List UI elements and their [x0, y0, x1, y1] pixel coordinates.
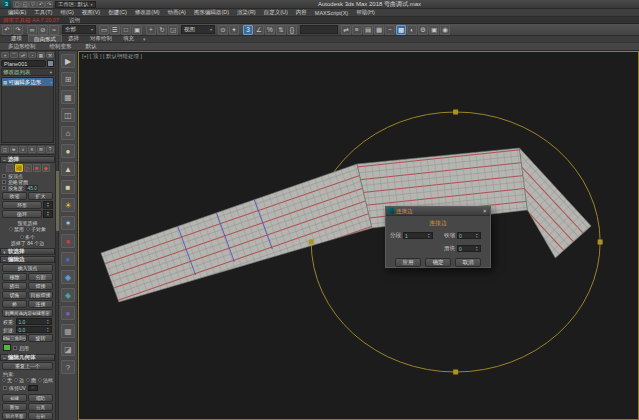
layer-manager-icon[interactable]: ▤: [363, 25, 373, 35]
open-file-icon[interactable]: ◱: [21, 1, 29, 8]
display-tab-icon[interactable]: ▦: [37, 52, 45, 58]
object-name-field[interactable]: Plane001: [1, 60, 46, 67]
purple-sphere-icon[interactable]: ●: [61, 306, 75, 320]
create-tab-icon[interactable]: +: [1, 52, 9, 58]
ribbon-tab[interactable]: 填充: [118, 35, 139, 42]
rollout-edit-geometry-header[interactable]: − 编辑几何体: [0, 354, 55, 361]
sun-light-icon[interactable]: ☀: [61, 198, 75, 212]
ring-button[interactable]: 环形: [2, 201, 42, 209]
checkbox-box[interactable]: [13, 346, 17, 350]
dialog-title-bar[interactable]: 连接边 ✕: [386, 207, 490, 216]
shrink-button[interactable]: 收缩: [2, 192, 27, 200]
element-icon[interactable]: ◆: [42, 164, 50, 172]
show-end-result-icon[interactable]: ≣: [10, 146, 18, 153]
crease-spinner[interactable]: 0.0▴▾: [16, 326, 52, 333]
gem-tool-icon[interactable]: ◈: [61, 288, 75, 302]
constraint-radio[interactable]: 面: [26, 377, 36, 383]
menu-item[interactable]: 视图(V): [78, 9, 104, 16]
vertex-icon[interactable]: ∴: [6, 164, 14, 172]
edit-edges-button[interactable]: 挤出: [2, 282, 27, 290]
redo-icon[interactable]: ↷: [13, 25, 23, 35]
edit-edges-button[interactable]: 切角: [2, 291, 27, 299]
workspace-dropdown[interactable]: 工作区: 默认 ▾: [55, 1, 96, 8]
slide-spinner[interactable]: 0▴▾: [457, 245, 481, 252]
render-frame-icon[interactable]: ▣: [429, 25, 439, 35]
modify-tab-icon[interactable]: ⌒: [10, 52, 18, 58]
new-file-icon[interactable]: ▢: [13, 1, 21, 8]
remove-modifier-icon[interactable]: ✕: [28, 146, 36, 153]
menu-item[interactable]: 自定义(U): [260, 9, 292, 16]
repeat-last-button[interactable]: 重复上一个: [2, 362, 53, 370]
hierarchy-tab-icon[interactable]: ☍: [19, 52, 27, 58]
edit-edges-button[interactable]: 分割: [28, 273, 53, 281]
snowflake-icon[interactable]: ✶: [61, 216, 75, 230]
segments-spinner[interactable]: 1▴▾: [403, 232, 433, 239]
reference-coordinate-dropdown[interactable]: 视图 ▾: [181, 25, 215, 34]
ribbon-panel-title[interactable]: 绘制变形: [50, 43, 72, 50]
rotate-icon[interactable]: ↻: [157, 25, 167, 35]
green-color-swatch[interactable]: [3, 344, 11, 351]
constraint-radio[interactable]: 无: [2, 377, 12, 383]
snaps-toggle-icon[interactable]: 3: [243, 25, 253, 35]
help-icon[interactable]: ?: [46, 146, 54, 153]
edit-edges-button[interactable]: 焊接: [28, 282, 53, 290]
ok-button[interactable]: 确定: [425, 258, 451, 267]
unlink-icon[interactable]: ⊘: [38, 25, 48, 35]
menu-item[interactable]: 组(G): [56, 9, 77, 16]
move-icon[interactable]: +: [146, 25, 156, 35]
object-color-swatch[interactable]: [47, 60, 54, 67]
menu-item[interactable]: 编辑(E): [4, 9, 30, 16]
ribbon-panel-title[interactable]: 多边形绘制: [8, 43, 36, 50]
menu-item[interactable]: 帮助(H): [352, 9, 379, 16]
preserve-uv-settings[interactable]: ▢: [28, 385, 38, 391]
select-object-icon[interactable]: ▭: [99, 25, 109, 35]
curve-editor-icon[interactable]: ~: [385, 25, 395, 35]
layers-tool-icon[interactable]: ▦: [61, 324, 75, 338]
menu-item[interactable]: 渲染(R): [233, 9, 260, 16]
border-icon[interactable]: ▷: [24, 164, 32, 172]
diamond-tool-icon[interactable]: ◆: [61, 270, 75, 284]
selection-filter-dropdown[interactable]: 全部 ▾: [62, 25, 96, 34]
edit-geometry-button[interactable]: 创建: [2, 394, 27, 402]
panel-tool-icon[interactable]: ◫: [61, 108, 75, 122]
ribbon-expand-icon[interactable]: ▾: [143, 36, 146, 42]
rollout-soft-selection-header[interactable]: + 软选择: [0, 248, 55, 255]
command-panel-scrollbar[interactable]: [56, 51, 59, 420]
constraint-radio[interactable]: 法线: [38, 377, 53, 383]
modifier-list-dropdown[interactable]: 修改器列表 ▾: [1, 68, 54, 76]
render-icon[interactable]: ◉: [440, 25, 450, 35]
ring-spinner[interactable]: ▴▾: [43, 201, 53, 209]
create-shape-button[interactable]: 利用所选内容创建图形: [2, 309, 53, 317]
turn-button[interactable]: 旋转: [28, 334, 53, 342]
edit-geometry-button[interactable]: 塌陷: [28, 394, 53, 402]
ribbon-panel-title[interactable]: 默认: [86, 43, 97, 50]
ribbon-tab[interactable]: 建模: [6, 35, 27, 42]
edit-edges-button[interactable]: 移除: [2, 273, 27, 281]
blue-sphere-icon[interactable]: ●: [61, 252, 75, 266]
pinch-spinner[interactable]: 0▴▾: [457, 232, 481, 239]
insert-vertex-button[interactable]: 插入顶点: [2, 264, 53, 272]
bind-spacewarp-icon[interactable]: ≈: [49, 25, 59, 35]
plane-mesh[interactable]: [101, 148, 591, 302]
select-arrow-icon[interactable]: ▶: [61, 54, 75, 68]
utilities-tab-icon[interactable]: ⚒: [46, 52, 54, 58]
select-link-icon[interactable]: ∞: [27, 25, 37, 35]
help-tool-icon[interactable]: ?: [61, 360, 75, 374]
edit-geometry-button[interactable]: 分离: [28, 403, 53, 411]
grid-tool-icon[interactable]: ⊞: [61, 72, 75, 86]
material-editor-icon[interactable]: ◐: [407, 25, 417, 35]
menu-item[interactable]: MAXScript(X): [311, 10, 352, 16]
radio-option[interactable]: 禁用: [9, 226, 24, 232]
cancel-button[interactable]: 取消: [455, 258, 481, 267]
edit-triangulation-button[interactable]: 编辑三角剖分: [2, 334, 27, 342]
configure-modifier-sets-icon[interactable]: ⊞: [37, 146, 45, 153]
motion-tab-icon[interactable]: ◔: [28, 52, 36, 58]
make-unique-icon[interactable]: ∨: [19, 146, 27, 153]
half-block-icon[interactable]: ◪: [61, 342, 75, 356]
named-selection-field[interactable]: [300, 25, 338, 34]
weight-spinner[interactable]: 1.0▴▾: [16, 318, 52, 325]
loop-spinner[interactable]: ▴▾: [43, 210, 53, 218]
rollout-edit-edges-header[interactable]: − 编辑边: [0, 256, 55, 263]
mesh-tool-icon[interactable]: ▦: [61, 90, 75, 104]
sphere-primitive-icon[interactable]: ●: [61, 144, 75, 158]
